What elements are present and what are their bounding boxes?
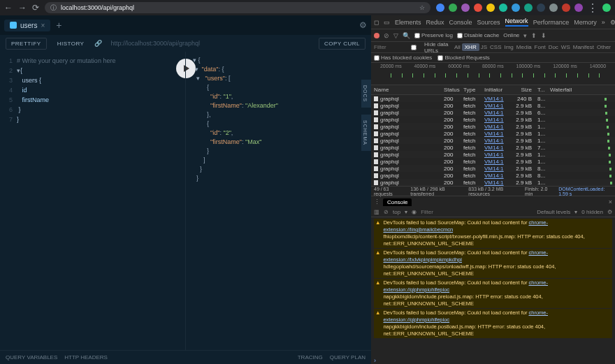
query-plan-tab[interactable]: QUERY PLAN (330, 354, 366, 361)
tab-network[interactable]: Network (505, 17, 528, 27)
preserve-log-checkbox[interactable]: Preserve log (414, 32, 453, 38)
ext-icon[interactable] (486, 3, 495, 12)
console-warning: ▲DevTools failed to load SourceMap: Coul… (374, 249, 612, 278)
table-row[interactable]: graphql200fetchVM14:12.9 kB1... (371, 123, 615, 130)
browser-toolbar: ← → ⟳ ⓘ localhost:3000/api/graphql ☆ ⋮ (0, 0, 615, 15)
table-row[interactable]: graphql200fetchVM14:12.9 kB8... (371, 102, 615, 109)
more-tabs[interactable]: » (602, 19, 605, 26)
gear-icon[interactable]: ⚙ (607, 209, 612, 215)
filter-icon[interactable]: ▽ (393, 32, 398, 39)
sidebar-icon[interactable]: ▥ (374, 209, 379, 215)
ext-icon[interactable] (461, 3, 470, 12)
chevron-down-icon[interactable]: ▾ (523, 32, 527, 39)
table-row[interactable]: graphql200fetchVM14:12.9 kB8... (371, 172, 615, 179)
ext-icon[interactable] (449, 3, 457, 12)
download-icon[interactable]: ⬇ (541, 32, 547, 39)
reload-icon[interactable]: ⟳ (32, 3, 39, 13)
hide-data-urls[interactable]: Hide data URLs (405, 41, 450, 54)
console-toolbar: ▥ ⊘ top ▾ ◉ Default levels▾ 0 hidden ⚙ (371, 208, 615, 217)
gear-icon[interactable]: ⚙ (610, 19, 615, 26)
filter-type-doc[interactable]: Doc (547, 44, 560, 50)
copy-curl-button[interactable]: COPY CURL (319, 38, 366, 50)
blocked-requests-checkbox[interactable]: Blocked Requests (437, 54, 489, 61)
disable-cache-checkbox[interactable]: Disable cache (457, 32, 499, 38)
filter-type-all[interactable]: All (453, 44, 462, 50)
playground-tab[interactable]: users × (4, 20, 50, 31)
back-icon[interactable]: ← (4, 3, 13, 13)
table-row[interactable]: graphql200fetchVM14:12.9 kB6... (371, 109, 615, 116)
ext-icon[interactable] (474, 3, 482, 12)
console-filter[interactable] (421, 209, 533, 215)
avatar[interactable] (602, 3, 611, 12)
close-icon[interactable]: × (41, 22, 45, 29)
ext-icon[interactable] (562, 3, 570, 12)
table-row[interactable]: graphql200fetchVM14:12.9 kB1... (371, 137, 615, 144)
inspect-icon[interactable]: ◻ (374, 19, 379, 26)
table-header[interactable]: Name Status Type Initiator Size T... Wat… (371, 85, 615, 95)
table-row[interactable]: graphql200fetchVM14:12.9 kB1... (371, 179, 615, 186)
filter-type-font[interactable]: Font (533, 44, 547, 50)
table-row[interactable]: graphql200fetchVM14:12.9 kB7... (371, 144, 615, 151)
menu-icon[interactable]: ⋮ (587, 1, 598, 15)
network-timeline[interactable]: 20000 ms40000 ms60000 ms80000 ms100000 m… (371, 63, 615, 85)
filter-type-ws[interactable]: WS (560, 44, 572, 50)
filter-type-xhr[interactable]: XHR (462, 43, 479, 51)
docs-tab[interactable]: DOCS (361, 80, 371, 108)
tab-memory[interactable]: Memory (574, 19, 597, 26)
tab-elements[interactable]: Elements (395, 19, 421, 26)
table-row[interactable]: graphql200fetchVM14:12.9 kB1... (371, 130, 615, 137)
ext-icon[interactable] (574, 3, 583, 12)
tab-console[interactable]: Console (449, 19, 472, 26)
filter-type-img[interactable]: Img (502, 44, 514, 50)
tab-sources[interactable]: Sources (477, 19, 500, 26)
ext-icon[interactable] (436, 3, 444, 12)
forward-icon[interactable]: → (18, 3, 27, 13)
console-tab[interactable]: Console (383, 198, 412, 206)
blocked-cookies-checkbox[interactable]: Has blocked cookies (374, 54, 432, 61)
table-row[interactable]: graphql200fetchVM14:12.9 kB1... (371, 158, 615, 165)
table-row[interactable]: graphql200fetchVM14:12.9 kB8... (371, 165, 615, 172)
table-row[interactable]: graphql200fetchVM14:12.9 kB1... (371, 151, 615, 158)
history-button[interactable]: HISTORY (52, 38, 89, 49)
tab-performance[interactable]: Performance (533, 19, 570, 26)
eye-icon[interactable]: ◉ (412, 209, 417, 215)
filter-input[interactable] (374, 44, 402, 50)
ext-icon[interactable] (537, 3, 545, 12)
upload-icon[interactable]: ⬆ (531, 32, 537, 39)
record-button[interactable] (374, 33, 379, 38)
filter-type-other[interactable]: Other (595, 44, 612, 50)
table-row[interactable]: graphql200fetchVM14:1240 B8... (371, 95, 615, 102)
ext-icon[interactable] (512, 3, 520, 12)
http-headers-tab[interactable]: HTTP HEADERS (64, 354, 108, 361)
ext-icon[interactable] (524, 3, 533, 12)
query-variables-tab[interactable]: QUERY VARIABLES (6, 354, 57, 361)
levels-select[interactable]: Default levels (537, 209, 570, 215)
search-icon[interactable]: 🔍 (403, 32, 410, 39)
table-row[interactable]: graphql200fetchVM14:12.9 kB1... (371, 116, 615, 123)
tracing-tab[interactable]: TRACING (298, 354, 323, 361)
drawer-menu-icon[interactable]: ⋮ (374, 198, 380, 205)
graphql-playground: users × + ⚙ PRETTIFY HISTORY 🔗 http://lo… (0, 15, 371, 364)
ext-icon[interactable] (499, 3, 507, 12)
close-icon[interactable]: × (609, 198, 612, 205)
schema-tab[interactable]: SCHEMA (361, 115, 371, 151)
endpoint-url[interactable]: http://localhost:3000/api/graphql (108, 40, 313, 47)
new-tab-button[interactable]: + (56, 20, 62, 31)
address-bar[interactable]: ⓘ localhost:3000/api/graphql ☆ (45, 2, 430, 13)
clear-icon[interactable]: ⊘ (384, 32, 389, 39)
star-icon[interactable]: ☆ (419, 4, 425, 11)
tab-redux[interactable]: Redux (426, 19, 444, 26)
query-editor[interactable]: 1# Write your query or mutation here 2▾{… (0, 52, 185, 350)
ext-icon[interactable] (549, 3, 558, 12)
context-select[interactable]: top (393, 209, 400, 215)
clear-icon[interactable]: ⊘ (384, 209, 389, 215)
prettify-button[interactable]: PRETTIFY (6, 38, 47, 50)
throttle-select[interactable]: Online (503, 32, 519, 38)
console-prompt[interactable]: › (371, 357, 615, 364)
filter-type-js[interactable]: JS (479, 44, 489, 50)
filter-type-media[interactable]: Media (515, 44, 533, 50)
filter-type-manifest[interactable]: Manifest (572, 44, 595, 50)
gear-icon[interactable]: ⚙ (359, 20, 367, 30)
filter-type-css[interactable]: CSS (489, 44, 502, 50)
device-icon[interactable]: ▭ (384, 19, 390, 26)
